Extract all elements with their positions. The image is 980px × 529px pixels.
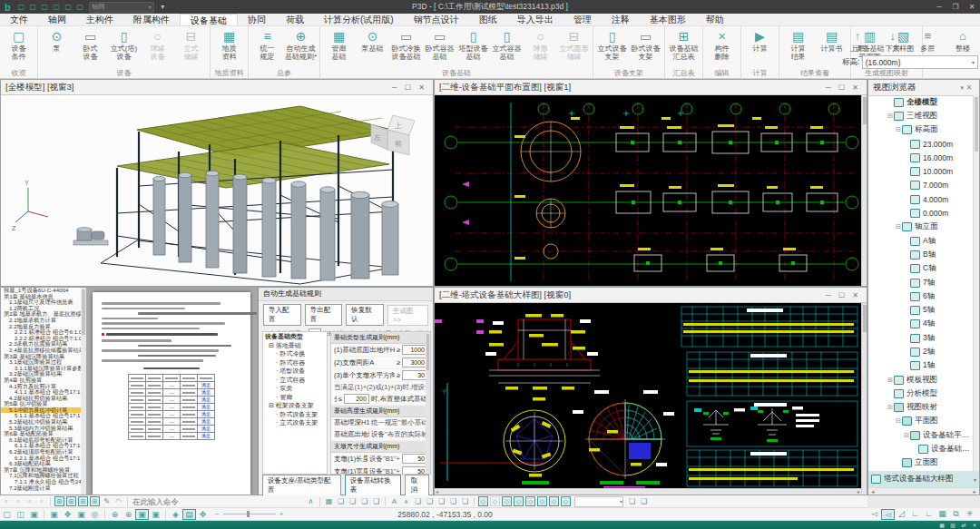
view-browser-item[interactable]: ⊟标高面 bbox=[868, 123, 973, 137]
view-browser-item[interactable]: A轴 bbox=[868, 234, 973, 248]
view-browser-selected-row[interactable]: 塔式设备基础大样图 ▾ bbox=[868, 471, 979, 487]
form-input[interactable]: 50 bbox=[402, 454, 427, 464]
toc-item[interactable]: 6.2基础顶部弯矩配筋计算 bbox=[1, 449, 81, 456]
select-face-icon[interactable]: ◇ bbox=[478, 496, 488, 506]
plan-2d-canvas[interactable] bbox=[435, 95, 861, 286]
filter-poly-icon[interactable]: ◇ bbox=[537, 496, 547, 506]
detail-2d-canvas[interactable]: Y bbox=[435, 303, 861, 489]
toc-item[interactable]: 第2章 地基承载力、基底抗滑移验算 bbox=[1, 311, 81, 318]
toc-item[interactable]: 第6章 基础配筋验算 bbox=[1, 431, 81, 437]
hide-view-icon[interactable]: ❏ bbox=[370, 497, 382, 505]
ribbon-button-calculate[interactable]: ▶计算 bbox=[743, 28, 777, 68]
menu-item-钢节点设计[interactable]: 钢节点设计 bbox=[404, 14, 469, 25]
form-input[interactable]: 3000 bbox=[402, 358, 427, 367]
nav-down-level[interactable]: ↓下层 bbox=[877, 28, 908, 53]
viewport-close-icon[interactable]: ✕ bbox=[415, 83, 428, 92]
toc-item[interactable]: 6.1.1 基本组合 组合号17:1.3... bbox=[1, 443, 81, 449]
viewport-2d-plan[interactable]: [二维-设备基础平面布置图] [视窗1] ─ ☐ ✕ bbox=[434, 79, 867, 287]
pencil-icon[interactable]: ✎ bbox=[101, 497, 113, 505]
view-browser-item[interactable]: 16.000m bbox=[868, 151, 973, 164]
viewport-3d-titlebar[interactable]: [全楼模型] [视窗3] ─ ☐ ✕ bbox=[1, 80, 433, 95]
undo-icon[interactable]: ▢ bbox=[63, 3, 74, 11]
move-icon[interactable]: ▣ bbox=[74, 510, 88, 519]
ribbon-button-pump[interactable]: ⊙泵 bbox=[40, 28, 74, 68]
tree-expander[interactable]: ⊞ bbox=[887, 377, 894, 384]
menu-item-荷载[interactable]: 荷载 bbox=[276, 14, 314, 25]
viewport-maximize-icon[interactable]: ☐ bbox=[401, 83, 415, 92]
dialog-button-导入配置[interactable]: 导入配置 bbox=[263, 304, 301, 326]
viewport-maximize-icon[interactable]: ☐ bbox=[835, 291, 848, 299]
view-browser-item[interactable]: 4轴 bbox=[868, 318, 973, 331]
tree-child[interactable]: · 管廊 bbox=[263, 393, 327, 402]
toc-item[interactable]: 2.2.2 标准组合 组合号7:1.00... bbox=[1, 336, 81, 342]
view-browser-item[interactable]: ⊟三维视图 bbox=[868, 109, 973, 122]
dialog-footer-button-取消[interactable]: 取消 bbox=[405, 475, 429, 496]
tree-child[interactable]: · 卧式容器 bbox=[263, 358, 327, 367]
ribbon-button-summary-table[interactable]: ⊞设备基础 汇总表 bbox=[667, 28, 701, 68]
mini-gear-icon[interactable]: ✳ bbox=[969, 522, 980, 528]
toc-item[interactable]: 3.1基础沉降验算过程 bbox=[1, 359, 81, 366]
toc-item[interactable]: 2.2.1 标准组合 组合号6:1.00... bbox=[1, 329, 81, 336]
menu-item-基本图形[interactable]: 基本图形 bbox=[640, 14, 696, 25]
osnap-node-icon[interactable]: ▫ bbox=[35, 497, 47, 505]
view-browser-item[interactable]: 5轴 bbox=[868, 303, 973, 317]
ribbon-button-auto-generate-rules[interactable]: ⊕自动生成 基础规则* bbox=[284, 28, 318, 68]
ribbon-button-tower-foundation[interactable]: ▯塔型设备 基础 bbox=[456, 28, 490, 68]
link-icon[interactable]: ⧉ bbox=[949, 509, 963, 520]
collapse-panel-icon[interactable]: ✥ bbox=[196, 510, 210, 519]
pin-icon[interactable]: ❏ bbox=[459, 497, 471, 505]
view-browser-scrollbar[interactable] bbox=[973, 95, 979, 471]
viewport-icon[interactable]: ▣ bbox=[27, 510, 41, 519]
layer-cube-icon[interactable]: ❏ bbox=[626, 497, 638, 505]
viewport-2d-detail[interactable]: [二维-塔式设备基础大样图] [视窗0] ─ ☐ ✕ Y bbox=[434, 287, 867, 495]
toc-item[interactable]: 1.2荷载工况 bbox=[1, 306, 81, 312]
tree-child[interactable]: · 立式容器 bbox=[263, 376, 327, 385]
tree-child[interactable]: · 立式设备支架 bbox=[263, 418, 327, 427]
minimize-button[interactable]: ─ bbox=[931, 3, 947, 11]
toc-item[interactable]: 5.3基础内力冲切验算结果 bbox=[1, 426, 81, 432]
toc-item[interactable]: 独基_1号设备6U-C-44004 bbox=[1, 288, 81, 294]
command-input[interactable] bbox=[131, 496, 298, 507]
section-icon[interactable]: ❏ bbox=[424, 497, 436, 505]
tree-expander[interactable]: ⊟ bbox=[887, 404, 894, 411]
view-browser-item[interactable]: 23.000m bbox=[868, 137, 973, 151]
model-3d-canvas[interactable]: Y Z 上 左 前 bbox=[1, 95, 433, 286]
visual-style-icon[interactable]: ▣ bbox=[149, 510, 162, 519]
toc-item[interactable]: 4.2基础抗剪切验算结果 bbox=[1, 396, 81, 402]
detail-horizontal-scrollbar[interactable]: ◄► bbox=[435, 488, 861, 495]
view-browser-item[interactable]: ⊟平面图 bbox=[868, 415, 973, 428]
close-button[interactable]: ✕ bbox=[964, 3, 980, 11]
menu-item-管理[interactable]: 管理 bbox=[564, 14, 602, 25]
view-browser-item[interactable]: 7.000m bbox=[868, 179, 973, 192]
mini-sync-icon[interactable]: ⇄ bbox=[958, 522, 969, 528]
grid-view-icon[interactable]: ▦ bbox=[323, 497, 335, 505]
view-browser-item[interactable]: 3轴 bbox=[868, 331, 973, 345]
osnap-endpoint-icon[interactable]: ▫ bbox=[0, 497, 12, 505]
view-browser-item[interactable]: 分析模型 bbox=[868, 387, 973, 400]
text-smaller-icon[interactable]: ᴀ bbox=[400, 497, 412, 505]
dialog-foundation-type-tree[interactable]: 设备基础类型⊟ 落地基础· 卧式冷换· 卧式容器· 塔型设备· 立式容器· 泵类… bbox=[262, 331, 328, 475]
save-all-icon[interactable]: ▢ bbox=[51, 3, 63, 11]
menu-item-设备基础[interactable]: 设备基础 bbox=[180, 14, 238, 25]
iso-view-icon[interactable]: ❏ bbox=[335, 497, 347, 505]
orbit-icon[interactable]: ⊕ bbox=[108, 510, 122, 519]
view-browser-item[interactable]: 4.000m bbox=[868, 192, 973, 206]
slope-icon[interactable]: ◿ bbox=[895, 509, 908, 520]
arc-icon[interactable]: ◠ bbox=[113, 497, 124, 505]
select-solid-icon[interactable]: ◇ bbox=[502, 496, 512, 506]
combo-pin-icon[interactable]: ▾ bbox=[157, 3, 169, 11]
dialog-button-导出配置[interactable]: 导出配置 bbox=[305, 304, 343, 326]
toc-item[interactable]: 7.2基础刚度计算 bbox=[1, 485, 81, 492]
form-input[interactable]: 50 bbox=[402, 466, 427, 475]
view-browser-item[interactable]: 10.000m bbox=[868, 164, 973, 178]
toc-item[interactable]: 4.1剪力及抗剪计算 bbox=[1, 384, 81, 390]
plan-vertical-scrollbar[interactable] bbox=[861, 95, 867, 286]
flag-icon[interactable]: ❏ bbox=[638, 497, 650, 505]
nav-multi-level[interactable]: ≡多层 bbox=[912, 28, 943, 53]
filter-slash-icon[interactable]: ◇ bbox=[525, 496, 535, 506]
tree-expander[interactable]: ⊟ bbox=[895, 223, 902, 230]
view-browser-item[interactable]: ⊞模板视图 bbox=[868, 373, 973, 387]
display-style-icon[interactable]: ▣ bbox=[135, 509, 149, 520]
shade-view-icon[interactable]: ❏ bbox=[347, 497, 358, 505]
ribbon-button-horizontal-support[interactable]: ▭卧式设备 支架 bbox=[629, 28, 662, 68]
